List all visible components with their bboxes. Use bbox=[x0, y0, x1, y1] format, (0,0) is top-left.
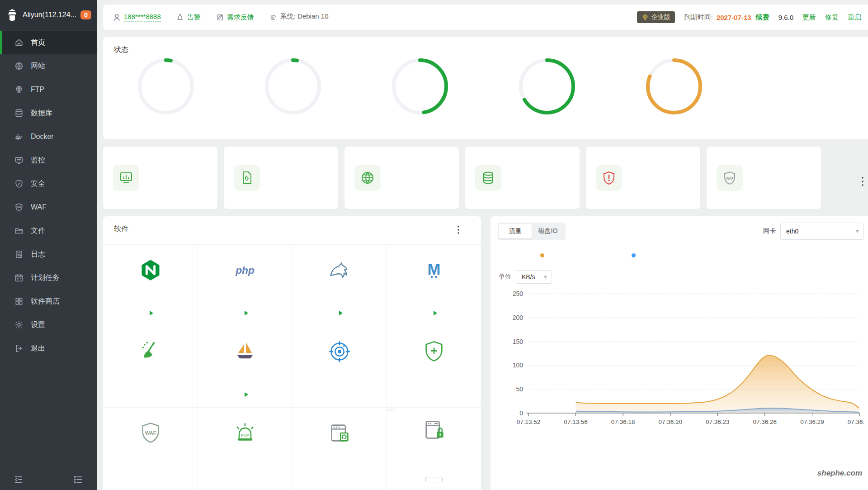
bottom-row: 软件 phpMWAFPHP 流量磁盘IO 网卡 eth0 ▼ bbox=[103, 216, 868, 490]
software-panel: 软件 phpMWAFPHP bbox=[103, 216, 481, 490]
account-phone[interactable]: 188****8888 bbox=[124, 13, 161, 22]
gauge-row bbox=[136, 57, 704, 116]
alarm-label[interactable]: 告警 bbox=[187, 13, 201, 22]
sidebar-menu: 首页网站FTP数据库Docker监控安全WAFWAF文件日志计划任务软件商店设置… bbox=[0, 30, 97, 360]
svg-text:WAF: WAF bbox=[16, 206, 21, 209]
quick-card-安全风险[interactable] bbox=[586, 147, 700, 209]
quick-card-网站 - 全部[interactable] bbox=[344, 147, 459, 209]
sidebar-header[interactable]: Aliyun(112.124.... 0 bbox=[0, 0, 97, 30]
sidebar-item-计划任务[interactable]: 计划任务 bbox=[0, 266, 97, 290]
sidebar-item-label: 退出 bbox=[31, 344, 45, 353]
sidebar-item-label: 设置 bbox=[31, 320, 45, 330]
alarm-link[interactable]: 告警 bbox=[176, 13, 201, 22]
sidebar-item-设置[interactable]: 设置 bbox=[0, 313, 97, 337]
software-item-网站监控报表 4.1.2[interactable] bbox=[292, 326, 387, 407]
security-icon bbox=[14, 179, 24, 188]
site-globe-icon-wrap bbox=[354, 165, 381, 191]
feedback-link[interactable]: 需求反馈 bbox=[216, 13, 254, 22]
repair-link[interactable]: 修复 bbox=[825, 13, 839, 22]
nic-value: eth0 bbox=[786, 228, 798, 235]
feedback-label[interactable]: 需求反馈 bbox=[227, 13, 254, 22]
tab-磁盘IO[interactable]: 磁盘IO bbox=[532, 224, 564, 238]
quick-card-WAF - 风险拦截[interactable]: WAF bbox=[707, 147, 821, 209]
software-item-Nginx 1.25.5[interactable] bbox=[103, 244, 198, 326]
quick-card-数据库 - 全部[interactable] bbox=[465, 147, 580, 209]
software-more-menu-icon[interactable] bbox=[454, 224, 463, 235]
sidebar-item-软件商店[interactable]: 软件商店 bbox=[0, 290, 97, 313]
software-title: 软件 bbox=[114, 224, 128, 235]
harden-shield-icon bbox=[421, 339, 447, 364]
system-info[interactable]: 系统: Debian 10 bbox=[269, 12, 329, 22]
svg-text:07:36:18: 07:36:18 bbox=[611, 419, 635, 425]
sidebar-item-首页[interactable]: 首页 bbox=[0, 31, 97, 54]
nic-select[interactable]: eth0 ▼ bbox=[780, 223, 864, 240]
quick-card-浏览量 - zzpte...[interactable] bbox=[103, 147, 217, 209]
unit-select[interactable]: KB/s ▼ bbox=[516, 270, 552, 284]
software-item-PHP网站安全告警 8.9.5[interactable]: PHP bbox=[198, 407, 292, 489]
software-item-phpMyAdmin 5.2[interactable] bbox=[198, 326, 292, 407]
software-item-日志清理工具 2.8[interactable] bbox=[103, 326, 198, 407]
phpmyadmin-icon bbox=[232, 339, 258, 364]
sidebar-item-退出[interactable]: 退出 bbox=[0, 337, 97, 360]
sidebar-item-数据库[interactable]: 数据库 bbox=[0, 101, 97, 125]
menu-style-icon[interactable] bbox=[73, 475, 83, 485]
sidebar-item-FTP[interactable]: FTP bbox=[0, 78, 97, 101]
sidebar-item-监控[interactable]: 监控 bbox=[0, 148, 97, 172]
edition-badge[interactable]: 企业版 bbox=[637, 11, 675, 23]
legend-dot bbox=[540, 253, 544, 257]
sidebar-item-label: 日志 bbox=[31, 250, 45, 259]
tab-流量[interactable]: 流量 bbox=[499, 224, 532, 238]
status-title: 状态 bbox=[114, 45, 860, 55]
broom-icon bbox=[138, 339, 163, 364]
gauge-负载 bbox=[136, 57, 196, 116]
software-item-堡塔企业级防篡改-重构版[interactable] bbox=[387, 407, 481, 489]
software-item-整站备份 1.1[interactable] bbox=[292, 407, 387, 489]
debian-icon bbox=[269, 14, 277, 21]
sidebar-item-网站[interactable]: 网站 bbox=[0, 54, 97, 78]
renew-link[interactable]: 续费 bbox=[756, 13, 769, 22]
system-label[interactable]: 系统: Debian 10 bbox=[280, 12, 329, 22]
svg-text:0: 0 bbox=[519, 409, 523, 417]
message-count-badge[interactable]: 0 bbox=[80, 10, 91, 19]
svg-text:07:13:56: 07:13:56 bbox=[564, 419, 588, 425]
panel-version: 9.6.0 bbox=[778, 14, 793, 21]
gauge-text bbox=[644, 57, 704, 116]
traffic-stat-总接收 bbox=[773, 253, 864, 262]
gauge-CPU bbox=[263, 57, 323, 116]
sidebar-item-label: 计划任务 bbox=[31, 273, 60, 283]
quick-card-快捷目录[interactable] bbox=[224, 147, 338, 209]
sidebar-item-日志[interactable]: 日志 bbox=[0, 243, 97, 266]
account-link[interactable]: 188****8888 bbox=[113, 13, 161, 22]
stat-label bbox=[540, 253, 547, 257]
gauge-内存 bbox=[390, 57, 450, 116]
sidebar-item-label: 数据库 bbox=[31, 109, 52, 118]
bt-pagoda-logo-icon bbox=[5, 8, 19, 22]
php-icon: php bbox=[232, 257, 258, 283]
expire-label: 到期时间: bbox=[684, 13, 713, 22]
svg-text:150: 150 bbox=[513, 338, 524, 345]
sidebar-item-安全[interactable]: 安全 bbox=[0, 172, 97, 195]
waf-shield-icon-wrap: WAF bbox=[717, 165, 743, 191]
update-link[interactable]: 更新 bbox=[802, 13, 816, 22]
collapse-sidebar-icon[interactable] bbox=[14, 475, 24, 485]
software-item-Memcached 1.6.32[interactable]: M bbox=[387, 244, 481, 326]
chevron-down-icon: ▼ bbox=[855, 228, 860, 234]
diamond-icon bbox=[642, 14, 649, 21]
traffic-chart: 05010015020025007:13:5207:13:5607:36:180… bbox=[498, 285, 864, 437]
software-item-Nginx防火墙 9.7.4[interactable]: WAF bbox=[103, 407, 198, 489]
software-item-PHP- 8.2.28[interactable]: php bbox=[198, 244, 292, 326]
software-item-MySQL 5.7.44[interactable] bbox=[292, 244, 387, 326]
restart-link[interactable]: 重启 bbox=[848, 13, 861, 22]
cards-more-menu-icon[interactable] bbox=[858, 176, 867, 187]
sidebar-item-Docker[interactable]: Docker bbox=[0, 125, 97, 148]
sidebar-item-WAF[interactable]: WAFWAF bbox=[0, 195, 97, 219]
docker-icon bbox=[14, 132, 24, 141]
software-name bbox=[147, 310, 154, 316]
software-item-宝塔系统加固 6.2[interactable] bbox=[387, 326, 481, 407]
edition-label: 企业版 bbox=[651, 13, 670, 21]
sidebar-item-label: 首页 bbox=[31, 38, 45, 48]
install-button[interactable] bbox=[425, 477, 443, 482]
sidebar-item-文件[interactable]: 文件 bbox=[0, 219, 97, 243]
running-play-icon bbox=[244, 392, 249, 397]
traffic-stat-总发送 bbox=[681, 253, 773, 262]
